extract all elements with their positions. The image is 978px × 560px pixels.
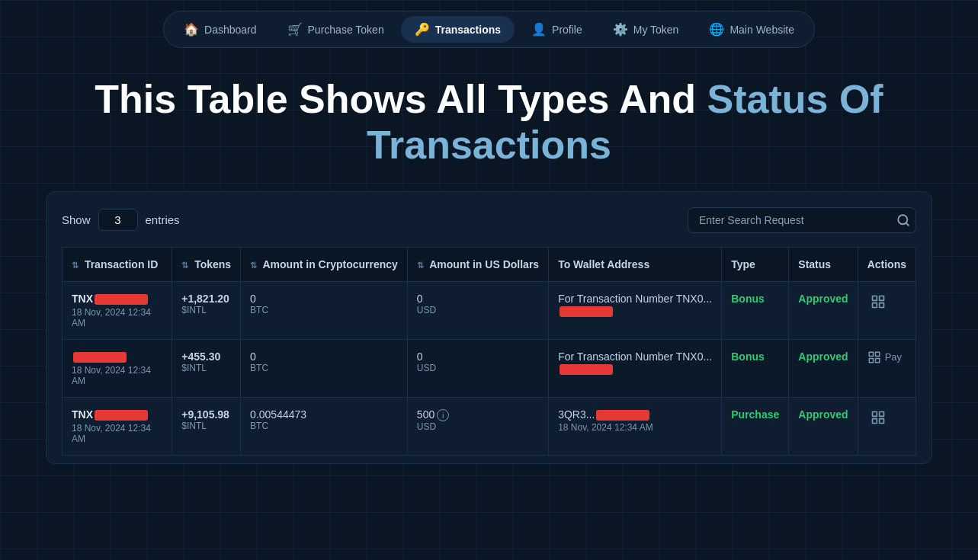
col-header-type: Type: [722, 247, 789, 281]
pay-action-button-1[interactable]: Pay: [867, 350, 906, 364]
tx-id-value-0: TNX: [72, 293, 162, 305]
cell-type-1: Bonus: [722, 339, 789, 397]
type-value-0: Bonus: [731, 293, 765, 305]
redacted-txid-0: [95, 294, 148, 305]
table-controls: Show entries: [62, 207, 916, 233]
svg-rect-4: [872, 302, 877, 307]
table-row: 18 Nov, 2024 12:34 AM +455.30 $INTL 0 BT…: [63, 339, 916, 397]
col-header-amount-usd: ⇅ Amount in US Dollars: [407, 247, 548, 281]
tx-date-0: 18 Nov, 2024 12:34 AM: [72, 307, 162, 328]
svg-rect-12: [872, 419, 877, 424]
tx-id-value-1: [72, 350, 162, 363]
nav-label-mainwebsite: Main Website: [729, 24, 794, 36]
nav-item-dashboard[interactable]: 🏠 Dashboard: [170, 16, 271, 43]
redacted-txid-1: [73, 352, 127, 363]
sort-icon-tokens: ⇅: [181, 261, 188, 270]
nav-label-profile: Profile: [552, 24, 582, 36]
cell-wallet-2: 3QR3... 18 Nov, 2024 12:34 AM: [549, 398, 722, 456]
search-button[interactable]: [896, 213, 910, 227]
usd-amount-2: 500i: [417, 408, 539, 421]
cell-actions-1: Pay: [858, 339, 915, 397]
col-header-tokens: ⇅ Tokens: [172, 247, 241, 281]
nav-bar: 🏠 Dashboard 🛒 Purchase Token 🔑 Transacti…: [163, 11, 815, 48]
type-value-1: Bonus: [731, 350, 765, 363]
col-header-txid: ⇅ Transaction ID: [63, 247, 172, 281]
crypto-amount-2: 0.00544473: [250, 408, 398, 421]
tokens-currency-1: $INTL: [181, 363, 231, 373]
show-entries-control: Show entries: [62, 209, 180, 231]
profile-icon: 👤: [531, 22, 547, 37]
nav-item-purchase[interactable]: 🛒 Purchase Token: [274, 16, 398, 43]
cell-status-0: Approved: [789, 281, 858, 339]
wallet-text-2: 3QR3...: [558, 408, 595, 421]
redacted-txid-2: [95, 410, 148, 421]
crypto-currency-0: BTC: [250, 305, 398, 315]
redacted-wallet-2: [596, 410, 649, 421]
svg-rect-2: [872, 296, 877, 300]
sort-icon-crypto: ⇅: [250, 261, 257, 270]
table-row: TNX 18 Nov, 2024 12:34 AM +9,105.98 $INT…: [63, 398, 916, 456]
redacted-wallet-1: [560, 364, 613, 375]
crypto-amount-0: 0: [250, 293, 398, 305]
cell-txid-1: 18 Nov, 2024 12:34 AM: [63, 339, 172, 397]
wallet-date-2: 18 Nov, 2024 12:34 AM: [558, 422, 653, 433]
search-input[interactable]: [688, 207, 916, 233]
cell-type-2: Purchase: [722, 398, 789, 456]
nav-label-mytoken: My Token: [633, 24, 679, 36]
col-header-status: Status: [789, 247, 858, 281]
mytoken-icon: ⚙️: [613, 22, 628, 37]
transactions-table: ⇅ Transaction ID ⇅ Tokens ⇅ Amount in Cr…: [62, 247, 916, 456]
cell-actions-2: [858, 398, 915, 456]
crypto-amount-1: 0: [250, 350, 398, 363]
hero-title: This Table Shows All Types And Status Of…: [0, 77, 978, 168]
table-row: TNX 18 Nov, 2024 12:34 AM +1,821.20 $INT…: [63, 281, 916, 339]
usd-info-icon-2[interactable]: i: [437, 409, 449, 421]
page-wrapper: 🏠 Dashboard 🛒 Purchase Token 🔑 Transacti…: [0, 0, 978, 560]
nav-item-profile[interactable]: 👤 Profile: [518, 16, 596, 43]
usd-currency-1: USD: [417, 363, 539, 373]
cell-usd-1: 0 USD: [407, 339, 548, 397]
cell-tokens-2: +9,105.98 $INTL: [172, 398, 241, 456]
cell-status-2: Approved: [789, 398, 858, 456]
search-icon: [896, 213, 910, 227]
sort-icon-usd: ⇅: [417, 261, 424, 270]
cell-wallet-1: For Transaction Number TNX0...: [549, 339, 722, 397]
redacted-wallet-0: [560, 306, 613, 317]
svg-rect-6: [869, 352, 873, 356]
cell-crypto-2: 0.00544473 BTC: [241, 398, 408, 456]
transactions-icon: 🔑: [415, 22, 430, 37]
cell-usd-2: 500i USD: [407, 398, 548, 456]
mainwebsite-icon: 🌐: [709, 22, 724, 37]
cell-actions-0: [858, 281, 915, 339]
nav-label-transactions: Transactions: [435, 24, 501, 36]
cell-txid-0: TNX 18 Nov, 2024 12:34 AM: [63, 281, 172, 339]
nav-item-mainwebsite[interactable]: 🌐 Main Website: [695, 16, 808, 43]
crypto-currency-1: BTC: [250, 363, 398, 373]
view-action-button-0[interactable]: [867, 293, 889, 315]
cell-tokens-0: +1,821.20 $INTL: [172, 281, 241, 339]
type-value-2: Purchase: [731, 408, 779, 421]
svg-rect-5: [879, 302, 883, 307]
svg-rect-10: [872, 412, 877, 417]
nav-item-mytoken[interactable]: ⚙️ My Token: [599, 16, 693, 43]
cell-tokens-1: +455.30 $INTL: [172, 339, 241, 397]
cell-status-1: Approved: [789, 339, 858, 397]
tx-date-1: 18 Nov, 2024 12:34 AM: [72, 365, 162, 386]
wallet-text-1: For Transaction Number TNX0...: [558, 350, 712, 363]
svg-rect-7: [875, 352, 879, 356]
nav-item-transactions[interactable]: 🔑 Transactions: [401, 16, 515, 43]
table-header-row: ⇅ Transaction ID ⇅ Tokens ⇅ Amount in Cr…: [63, 247, 916, 281]
cell-crypto-1: 0 BTC: [241, 339, 408, 397]
cell-type-0: Bonus: [722, 281, 789, 339]
col-header-amount-crypto: ⇅ Amount in Cryptocurrency: [241, 247, 408, 281]
status-value-1: Approved: [798, 350, 848, 363]
cell-usd-0: 0 USD: [407, 281, 548, 339]
navbar: 🏠 Dashboard 🛒 Purchase Token 🔑 Transacti…: [0, 0, 978, 48]
tokens-amount-1: +455.30: [181, 350, 231, 363]
svg-rect-3: [879, 296, 883, 300]
entries-input[interactable]: [98, 209, 138, 231]
view-action-button-2[interactable]: [867, 408, 889, 430]
svg-line-1: [906, 222, 908, 225]
usd-amount-0: 0: [417, 293, 539, 305]
dashboard-icon: 🏠: [184, 22, 199, 37]
